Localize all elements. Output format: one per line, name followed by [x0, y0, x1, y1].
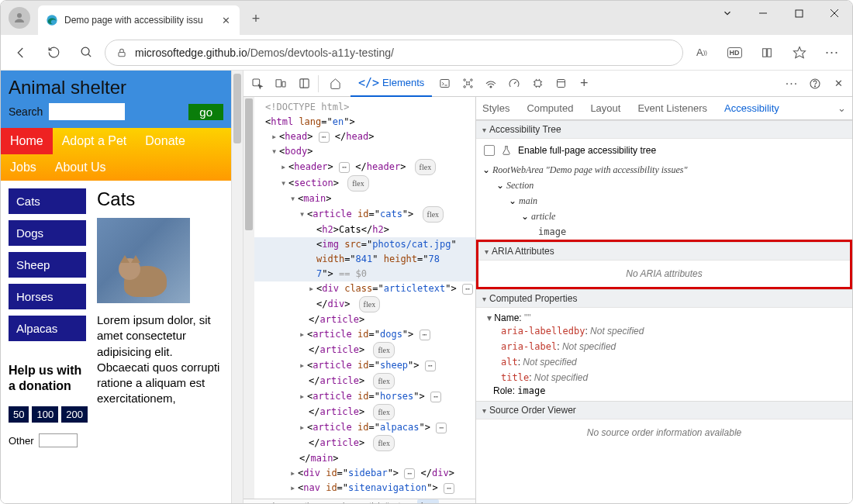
hd-icon[interactable]: HD: [720, 39, 748, 67]
main-content: Cats Lorem ipsum dolor, sit amet consect…: [97, 188, 223, 497]
application-icon[interactable]: [550, 73, 572, 95]
devtools-more-icon[interactable]: ···: [781, 73, 803, 95]
crumb-article[interactable]: article#cats: [361, 501, 405, 504]
svg-line-27: [514, 81, 516, 84]
sidebar-cats[interactable]: Cats: [9, 188, 86, 214]
chevron-down-icon[interactable]: ⌄: [837, 102, 846, 114]
dom-breadcrumb[interactable]: ◂ ody section main article#cats img ▸: [243, 499, 475, 504]
crumb-main[interactable]: main: [331, 501, 350, 504]
aria-header[interactable]: ▾ARIA Attributes: [478, 242, 850, 261]
accessibility-tree-header[interactable]: ▾Accessibility Tree: [476, 120, 852, 139]
tab-computed[interactable]: Computed: [527, 102, 573, 114]
main-nav: Home Adopt a Pet Donate Jobs About Us: [1, 128, 231, 181]
svg-marker-9: [794, 47, 806, 57]
svg-rect-13: [299, 79, 308, 88]
nav-about[interactable]: About Us: [46, 154, 116, 181]
sources-icon[interactable]: [457, 73, 478, 95]
search-label: Search: [9, 105, 43, 118]
go-button[interactable]: go: [188, 104, 223, 120]
svg-point-40: [814, 85, 815, 86]
performance-icon[interactable]: [503, 73, 525, 95]
maximize-button[interactable]: [781, 1, 817, 26]
refresh-button[interactable]: [40, 39, 67, 67]
tab-accessibility[interactable]: Accessibility: [724, 102, 779, 114]
memory-icon[interactable]: [527, 73, 548, 95]
minimize-button[interactable]: [745, 1, 781, 26]
url-text: microsoftedge.github.io/Demos/devtools-a…: [135, 47, 394, 59]
elements-tab[interactable]: </>Elements: [351, 71, 432, 97]
site-title: Animal shelter: [9, 77, 223, 98]
tab-layout[interactable]: Layout: [590, 102, 620, 114]
search-button[interactable]: [72, 39, 100, 67]
svg-line-23: [469, 81, 470, 82]
read-aloud-icon[interactable]: A)): [688, 39, 716, 67]
ax-tree[interactable]: ⌄ RootWebArea "Demo page with accessibil…: [476, 162, 852, 240]
reader-icon[interactable]: [753, 39, 781, 67]
devtools-panel: </>Elements + ··· ✕ <!DOCTYPE html> <htm…: [243, 71, 852, 504]
welcome-tab[interactable]: [322, 71, 349, 97]
fullpage-label: Enable full-page accessibility tree: [518, 145, 656, 156]
tab-close-button[interactable]: ✕: [219, 14, 232, 26]
donation-200[interactable]: 200: [61, 406, 88, 423]
dom-tree[interactable]: <!DOCTYPE html> <html lang="en"> ▸<head>…: [254, 97, 475, 499]
add-tab-icon[interactable]: +: [573, 73, 595, 95]
svg-rect-37: [557, 80, 565, 88]
svg-rect-3: [796, 10, 803, 17]
other-amount-input[interactable]: [39, 433, 78, 447]
svg-point-20: [464, 86, 466, 88]
page-scrollbar[interactable]: [231, 71, 243, 504]
search-input[interactable]: [49, 103, 125, 120]
dom-scrollbar[interactable]: [243, 97, 254, 499]
close-window-button[interactable]: [817, 1, 852, 26]
inspect-icon[interactable]: [247, 73, 268, 95]
nav-home[interactable]: Home: [1, 128, 53, 154]
browser-tab[interactable]: Demo page with accessibility issu ✕: [38, 5, 240, 35]
nav-donate[interactable]: Donate: [136, 128, 195, 154]
nav-adopt[interactable]: Adopt a Pet: [53, 128, 136, 154]
svg-point-19: [470, 79, 472, 81]
dock-icon[interactable]: [293, 73, 315, 95]
crumb-body[interactable]: ody: [265, 501, 279, 504]
svg-point-6: [81, 47, 89, 55]
device-icon[interactable]: [270, 73, 292, 95]
fullpage-checkbox[interactable]: [484, 145, 495, 156]
home-icon: [330, 78, 341, 89]
webpage-viewport: Animal shelter Search go Home Adopt a Pe…: [1, 71, 231, 504]
edge-icon: [46, 14, 58, 26]
svg-point-21: [470, 86, 472, 88]
source-order-header[interactable]: ▾Source Order Viewer: [476, 401, 852, 419]
crumb-section[interactable]: section: [292, 501, 319, 504]
svg-line-24: [466, 85, 467, 85]
sidebar-alpacas[interactable]: Alpacas: [9, 316, 86, 341]
profile-avatar[interactable]: [9, 7, 30, 29]
sidebar-dogs[interactable]: Dogs: [9, 220, 86, 246]
elements-sidebar: Styles Computed Layout Event Listeners A…: [476, 97, 852, 504]
chevron-down-icon[interactable]: [710, 1, 745, 26]
tab-event-listeners[interactable]: Event Listeners: [637, 102, 707, 114]
donation-100[interactable]: 100: [32, 406, 58, 423]
computed-properties-header[interactable]: ▾Computed Properties: [476, 289, 852, 308]
svg-rect-8: [119, 52, 125, 56]
address-bar[interactable]: microsoftedge.github.io/Demos/devtools-a…: [105, 40, 683, 66]
crumb-img[interactable]: img: [417, 499, 439, 504]
tab-styles[interactable]: Styles: [482, 102, 509, 114]
more-button[interactable]: ···: [818, 39, 846, 67]
sidebar-horses[interactable]: Horses: [9, 284, 86, 309]
favorite-button[interactable]: [786, 39, 813, 67]
devtools-close-icon[interactable]: ✕: [827, 73, 849, 95]
help-icon[interactable]: [804, 73, 826, 95]
article-text: Lorem ipsum dolor, sit amet consectetur …: [97, 312, 223, 407]
browser-toolbar: microsoftedge.github.io/Demos/devtools-a…: [1, 35, 852, 71]
sidebar-sheep[interactable]: Sheep: [9, 252, 86, 278]
flask-icon: [501, 145, 512, 156]
new-tab-button[interactable]: +: [244, 7, 268, 30]
aria-attributes-section: ▾ARIA Attributes No ARIA attributes: [476, 240, 852, 289]
network-icon[interactable]: [480, 73, 502, 95]
svg-point-0: [17, 13, 22, 18]
console-icon[interactable]: [433, 73, 455, 95]
donation-heading: Help us with a donation: [9, 363, 86, 394]
window-controls: [710, 1, 852, 26]
donation-50[interactable]: 50: [9, 406, 29, 423]
back-button[interactable]: [7, 39, 35, 67]
dom-tree-panel: <!DOCTYPE html> <html lang="en"> ▸<head>…: [243, 97, 476, 504]
